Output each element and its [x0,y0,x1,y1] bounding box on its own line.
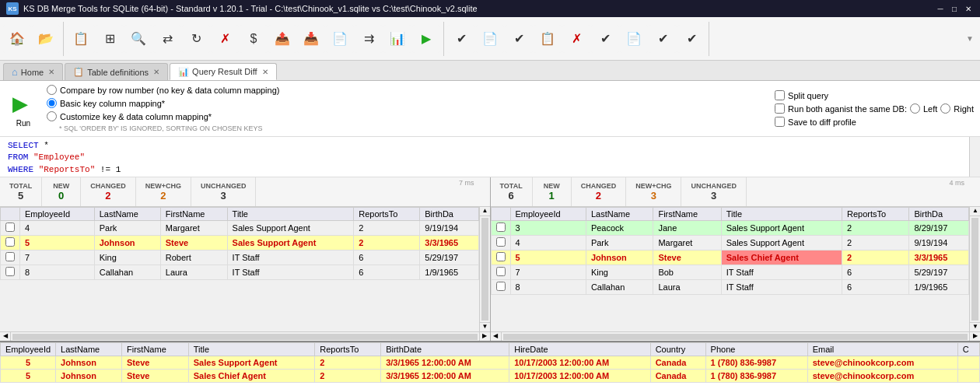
check3-tool-btn[interactable]: ✔ [591,25,619,53]
list-tool-btn[interactable]: 📋 [67,25,95,53]
left-table-scroll[interactable]: EmployeeId LastName FirstName Title Repo… [0,207,479,331]
sql-scrollbar[interactable] [969,137,980,177]
right-row1-last: Peacock [586,221,653,236]
delete-tool-btn[interactable]: ✗ [211,25,239,53]
check-x-tool-btn[interactable]: ✗ [562,25,590,53]
save-diff-checkbox[interactable] [775,117,785,127]
split-query-option[interactable]: Split query [775,90,974,100]
tab-qrd-close[interactable]: ✕ [262,68,268,76]
mapping-row-option[interactable]: Compare by row number (no key & data col… [47,85,753,95]
mapping-basic-option[interactable]: Basic key column mapping* [47,98,753,108]
left-row1-first: Margaret [160,221,227,236]
currency-tool-btn[interactable]: $ [240,25,268,53]
right-row1-checkbox[interactable] [496,223,506,232]
right-vscroll[interactable]: ▲ ▼ [969,207,980,331]
script-tool-btn[interactable]: 📄 [326,25,354,53]
mapping-custom-option[interactable]: Customize key & data column mapping* [47,111,753,121]
left-row2-checkbox[interactable] [5,237,15,247]
right-scroll-right[interactable]: ▶ [969,332,980,342]
bottom-row-2: 5 Johnson Steve Sales Chief Agent 2 3/3/… [1,370,980,383]
left-hscroll[interactable]: ◀ ▶ [0,331,490,341]
check5-tool-btn[interactable]: ✔ [677,25,705,53]
copy-tool-btn[interactable]: 📋 [534,25,562,53]
title-text: KS DB Merge Tools for SQLite (64-bit) - … [23,4,478,13]
right-hscroll[interactable]: ◀ ▶ [491,331,981,341]
bottom-col-first: FirstName [122,343,189,356]
play-tool-btn[interactable]: ▶ [412,25,440,53]
run-both-checkbox[interactable] [775,103,785,114]
check-tool-btn1[interactable]: ✔ [447,25,475,53]
right-row4-checkbox[interactable] [496,267,506,276]
tab-table-defs[interactable]: 📋 Table definitions ✕ [65,63,168,80]
left-option[interactable]: Left [910,103,937,114]
left-scroll-right[interactable]: ▶ [479,332,490,342]
export-tool-btn[interactable]: 📤 [268,25,296,53]
right-table-scroll[interactable]: EmployeeId LastName FirstName Title Repo… [491,207,970,331]
app-icon: KS [6,2,19,15]
right-row4-reports: 6 [842,265,909,280]
left-row2-title: Sales Support Agent [227,236,354,251]
minimize-button[interactable]: ─ [935,3,946,14]
mapping-basic-radio[interactable] [47,98,57,108]
right-scroll-up[interactable]: ▲ [970,207,980,216]
page-tool-btn[interactable]: 📄 [476,25,504,53]
tab-query-result-diff[interactable]: 📊 Query Result Diff ✕ [170,63,277,80]
left-radio[interactable] [910,103,920,114]
right-scroll-left[interactable]: ◀ [491,332,502,342]
left-unchanged-stat: UNCHANGED 3 [191,177,257,206]
grid-tool-btn[interactable]: ⊞ [96,25,124,53]
left-vscroll[interactable]: ▲ ▼ [479,207,490,331]
right-row4-id: 7 [510,265,586,280]
page2-tool-btn[interactable]: 📄 [620,25,648,53]
br1-birth: 3/3/1965 12:00:00 AM [381,356,509,370]
left-row2-reports: 2 [354,236,420,251]
mapping-row-radio[interactable] [47,85,57,95]
save-diff-option[interactable]: Save to diff profile [775,117,974,127]
tab-table-defs-close[interactable]: ✕ [153,68,159,76]
close-button[interactable]: ✕ [963,3,974,14]
save-diff-label: Save to diff profile [788,117,856,127]
left-row4-checkbox[interactable] [5,267,15,276]
mapping-custom-radio[interactable] [47,111,57,121]
maximize-button[interactable]: □ [949,3,960,14]
home-tool-btn[interactable]: 🏠 [3,25,31,53]
right-option[interactable]: Right [940,103,974,114]
open-tool-btn[interactable]: 📂 [32,25,60,53]
refresh-tool-btn[interactable]: ↻ [182,25,210,53]
right-row3-checkbox[interactable] [496,252,506,261]
right-row4-birth: 5/29/197 [909,265,969,280]
left-row-3: 7 King Robert IT Staff 6 5/29/197 [1,251,479,265]
right-row5-checkbox[interactable] [496,282,506,291]
compare-tool-btn[interactable]: ⇄ [153,25,181,53]
tab-home[interactable]: ⌂ Home ✕ [3,63,63,80]
left-row-2: 5 Johnson Steve Sales Support Agent 2 3/… [1,236,479,251]
run-both-option[interactable]: Run both aganist the same DB: [775,103,907,114]
left-row3-checkbox[interactable] [5,252,15,261]
right-radio[interactable] [940,103,950,114]
right-row1-birth: 8/29/197 [909,221,969,236]
right-col-first: FirstName [653,208,721,221]
left-scroll-left[interactable]: ◀ [0,332,11,342]
tab-home-close[interactable]: ✕ [48,68,54,76]
import-tool-btn[interactable]: 📥 [297,25,325,53]
filter-tool-btn[interactable]: 🔍 [124,25,152,53]
left-row1-checkbox[interactable] [5,223,15,232]
left-scroll-down[interactable]: ▼ [480,322,490,331]
left-hscroll-thumb [12,334,478,340]
right-scroll-down[interactable]: ▼ [970,322,980,331]
chart-tool-btn[interactable]: 📊 [383,25,411,53]
right-row2-reports: 2 [842,236,909,251]
merge-tool-btn[interactable]: ⇉ [355,25,383,53]
check4-tool-btn[interactable]: ✔ [649,25,677,53]
toolbar-expand[interactable]: ▼ [966,34,977,43]
bottom-table-scroll[interactable]: EmployeeId LastName FirstName Title Repo… [0,342,980,389]
check-tool-btn2[interactable]: ✔ [505,25,533,53]
left-newchg-stat: NEW+CHG 2 [136,177,191,206]
right-row-4: 7 King Bob IT Staff 6 5/29/197 [491,265,969,280]
right-pane: TOTAL 6 NEW 1 CHANGED 2 NEW+CHG 3 UNCHAN… [491,177,981,341]
right-row1-id: 3 [510,221,586,236]
left-scroll-up[interactable]: ▲ [480,207,490,216]
run-button[interactable]: ▶ [6,89,34,117]
right-row2-checkbox[interactable] [496,237,506,247]
split-query-checkbox[interactable] [775,90,785,100]
